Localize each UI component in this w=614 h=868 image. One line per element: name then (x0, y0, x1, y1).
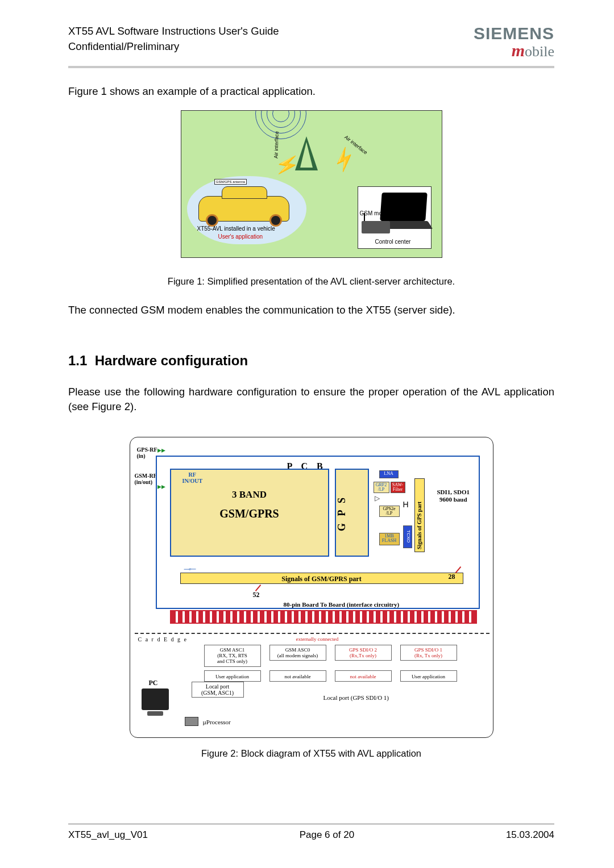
user-app-label: User's application (218, 233, 263, 240)
figure-1-caption: Figure 1: Simplified presentation of the… (68, 276, 554, 287)
pin-count-28: 28 (449, 573, 455, 581)
page-header: XT55 AVL Software Instructions User's Gu… (68, 24, 554, 65)
rf-inout-label: RFIN/OUT (182, 471, 203, 484)
figure-2-diagram: GPS-RF(in) ▸▸ GSM-RF(in/out) ▸▸ P C B 3 … (130, 437, 493, 738)
gps-vertical-label: G P S (336, 470, 348, 556)
footer-date: 15.03.2004 (506, 829, 554, 841)
section-title: Hardware configuration (95, 353, 248, 368)
laptop-icon (380, 193, 427, 221)
footer-divider (68, 823, 554, 825)
uprocessor-label: µProcessor (203, 719, 231, 725)
gps-rf-label: GPS-RF(in) (137, 446, 157, 459)
three-band-label: 3 BAND (171, 489, 328, 500)
control-center-label: Control center (375, 239, 411, 245)
figure-1-container: ⚡ ⚡ Air interface Air interface GSM/GPS … (68, 110, 554, 287)
amp-triangle-icon: ▷ (375, 494, 380, 502)
signals-gps-bar: Signals of GPS part (414, 478, 425, 552)
flash-box: 1MBFLASH (379, 533, 400, 545)
board-connector-icon (170, 610, 477, 624)
control-center-box: Control center (358, 186, 432, 249)
gsm-modem-label: GSM modem (360, 210, 393, 216)
mid-paragraph: The connected GSM modem enables the comm… (68, 303, 554, 318)
sdi-label: SDI1, SDO19600 baud (437, 489, 470, 503)
doc-title: XT55 AVL Software Instructions User's Gu… (68, 24, 279, 39)
brand-mobile-rest: obile (525, 43, 554, 60)
brand-mobile: mobile (474, 41, 554, 60)
col-not-avail-b: not available (269, 670, 326, 682)
arrow-icon: ▸▸ (157, 445, 165, 454)
vehicle-label: XT55-AVL installed in a vehicle (197, 226, 275, 232)
section-number: 1.1 (68, 353, 87, 368)
chip-icon (185, 717, 198, 726)
capacitor-icon: ⟞⟝ (184, 565, 196, 573)
gsm-modem-icon (362, 221, 390, 233)
header-title-block: XT55 AVL Software Instructions User's Gu… (68, 24, 279, 55)
figure-2-caption: Figure 2: Block diagram of XT55 with AVL… (68, 748, 554, 759)
col-gsm-asc0: GSM ASC0(all modem signals) (269, 645, 326, 661)
antenna-box-label: GSM/GPS antenna (214, 179, 247, 185)
b2b-label: 80-pin Board To Board (interface circuit… (284, 601, 400, 608)
page-footer: XT55_avl_ug_V01 Page 6 of 20 15.03.2004 (68, 823, 554, 841)
col-gps-sdio1: GPS SDI/O 1(Rx, Tx only) (400, 645, 457, 661)
col-gsm-asc1: GSM ASC1(RX, TX, RTSand CTS only) (204, 645, 261, 667)
col-not-avail-c: not available (335, 670, 392, 682)
gsm-rf-label: GSM-RF(in/out) (135, 473, 157, 485)
section-heading: 1.1 Hardware configuration (68, 353, 554, 369)
gsm-gprs-label: GSM/GPRS (171, 507, 328, 520)
pc-label: PC (149, 679, 158, 687)
local-port-gsm-box: Local port(GSM, ASC1) (192, 682, 244, 698)
ext-connected-label: externally connected (296, 636, 339, 642)
brand-mobile-m: m (512, 41, 525, 60)
signals-gsm-bar: Signals of GSM/GPRS part (180, 573, 463, 584)
tcxo-box: TCXO (403, 525, 412, 548)
lna-box: LNA (379, 470, 399, 478)
brand-siemens: SIEMENS (474, 24, 554, 43)
gps2e-box: GPS2e/LP (379, 506, 400, 517)
saw-filter-box: SAW-Filter (391, 482, 405, 493)
local-port-gps-label: Local port (GPS SDI/O 1) (323, 694, 389, 701)
card-edge-label: C a r d E d g e (138, 636, 188, 642)
figure-2-container: GPS-RF(in) ▸▸ GSM-RF(in/out) ▸▸ P C B 3 … (68, 425, 554, 759)
pin-count-52: 52 (253, 591, 260, 599)
section-paragraph: Please use the following hardware config… (68, 385, 554, 414)
grf2-box: GRF2/LP (374, 482, 389, 493)
col-user-app-a: User application (204, 670, 261, 682)
pc-monitor-icon (142, 688, 169, 710)
col-gps-sdio2: GPS SDI/O 2(Rx,Tx only) (335, 645, 392, 661)
air-interface-label: Air interface (273, 131, 280, 158)
h-symbol: H (403, 500, 409, 509)
brand-block: SIEMENS mobile (474, 24, 554, 60)
card-edge-line (135, 633, 489, 634)
figure-1-diagram: ⚡ ⚡ Air interface Air interface GSM/GPS … (181, 110, 442, 258)
footer-doc-id: XT55_avl_ug_V01 (68, 829, 148, 841)
car-icon (198, 196, 289, 222)
lightning-icon: ⚡ (328, 144, 359, 174)
doc-subtitle: Confidential/Preliminary (68, 39, 279, 55)
footer-page-number: Page 6 of 20 (300, 829, 354, 841)
intro-paragraph: Figure 1 shows an example of a practical… (68, 84, 554, 99)
header-divider (68, 66, 554, 68)
col-user-app-d: User application (400, 670, 457, 682)
